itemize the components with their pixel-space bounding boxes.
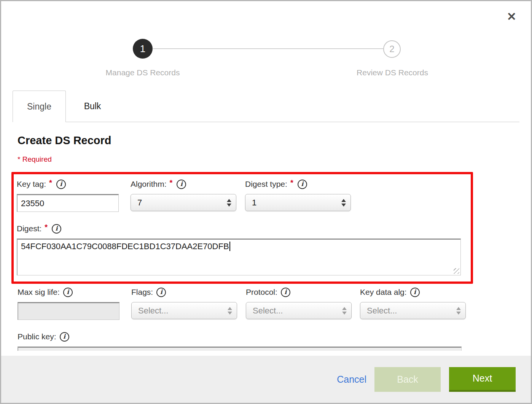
algorithm-label-text: Algorithm: (131, 180, 167, 189)
tab-bulk[interactable]: Bulk (66, 91, 119, 122)
field-key-data-alg: Key data alg: i Select... (360, 287, 466, 320)
field-max-sig-life: Max sig life: i (18, 287, 119, 320)
field-digest: Digest: * i 54FCF030AA1C79C0088FDEC1BD1C… (17, 223, 471, 275)
resize-grip-icon[interactable] (454, 268, 459, 274)
field-digest-type: Digest type: * i 1 (245, 179, 351, 212)
info-icon[interactable]: i (56, 180, 66, 189)
info-icon[interactable]: i (281, 288, 290, 297)
field-flags: Flags: i Select... (131, 287, 237, 320)
key-data-alg-label-text: Key data alg: (360, 288, 407, 297)
protocol-label: Protocol: i (246, 287, 352, 297)
flags-select[interactable]: Select... (131, 302, 237, 319)
info-icon[interactable]: i (156, 288, 166, 297)
info-icon[interactable]: i (63, 288, 73, 297)
protocol-select-value: Select... (253, 306, 342, 316)
validation-highlight-box: Key tag: * i Algorithm: * i 7 (11, 172, 473, 284)
key-tag-label: Key tag: * i (17, 179, 119, 189)
field-public-key: Public key: i (18, 331, 514, 351)
tab-single[interactable]: Single (13, 91, 66, 122)
key-data-alg-select[interactable]: Select... (360, 302, 466, 319)
digest-textarea[interactable]: 54FCF030AA1C79C0088FDEC1BD1C37DAA2E70DFB (17, 239, 461, 275)
algorithm-select[interactable]: 7 (131, 194, 236, 211)
next-button[interactable]: Next (449, 367, 516, 392)
select-arrows-icon (342, 307, 347, 315)
create-ds-record-modal: ✕ 1 2 Manage DS Records Review DS Record… (0, 0, 532, 404)
public-key-textarea[interactable] (18, 347, 462, 351)
select-arrows-icon (228, 307, 232, 315)
step-2-label: Review DS Records (357, 68, 428, 77)
max-sig-life-label-text: Max sig life: (18, 288, 60, 297)
digest-type-label-text: Digest type: (245, 180, 287, 189)
key-tag-label-text: Key tag: (17, 180, 46, 189)
public-key-label-text: Public key: (18, 332, 56, 341)
back-button[interactable]: Back (374, 367, 441, 392)
select-arrows-icon (456, 307, 461, 315)
algorithm-label: Algorithm: * i (131, 179, 236, 189)
digest-type-label: Digest type: * i (245, 179, 351, 189)
page-title: Create DS Record (18, 134, 514, 147)
field-algorithm: Algorithm: * i 7 (131, 179, 236, 212)
flags-label: Flags: i (131, 287, 237, 297)
field-key-tag: Key tag: * i (17, 179, 119, 212)
tab-bar: Single Bulk (13, 91, 519, 122)
protocol-select[interactable]: Select... (246, 302, 352, 319)
required-asterisk: * (45, 223, 48, 232)
field-row-primary: Key tag: * i Algorithm: * i 7 (17, 179, 471, 212)
digest-type-select-value: 1 (252, 198, 341, 208)
modal-footer: Cancel Back Next (1, 356, 531, 403)
flags-label-text: Flags: (131, 288, 153, 297)
info-icon[interactable]: i (298, 180, 307, 189)
step-1-label: Manage DS Records (106, 68, 180, 77)
step-connector-line (153, 48, 383, 49)
required-note: * Required (18, 155, 514, 164)
key-data-alg-select-value: Select... (367, 306, 456, 316)
required-asterisk: * (49, 178, 52, 187)
info-icon[interactable]: i (52, 224, 61, 234)
select-arrows-icon (227, 199, 231, 207)
text-caret (229, 242, 230, 251)
protocol-label-text: Protocol: (246, 288, 277, 297)
info-icon[interactable]: i (177, 180, 186, 189)
public-key-label: Public key: i (18, 331, 514, 342)
digest-label-text: Digest: (17, 224, 41, 233)
step-2-circle: 2 (383, 40, 401, 58)
field-row-secondary: Max sig life: i Flags: i Select... Proto… (18, 287, 514, 320)
cancel-button[interactable]: Cancel (337, 374, 366, 385)
algorithm-select-value: 7 (137, 198, 227, 208)
select-arrows-icon (341, 199, 346, 207)
key-data-alg-label: Key data alg: i (360, 287, 466, 297)
digest-type-select[interactable]: 1 (245, 194, 351, 211)
field-protocol: Protocol: i Select... (246, 287, 352, 320)
info-icon[interactable]: i (60, 332, 69, 342)
step-1-circle: 1 (133, 39, 153, 59)
required-asterisk: * (290, 178, 293, 187)
flags-select-value: Select... (138, 306, 228, 316)
digest-value: 54FCF030AA1C79C0088FDEC1BD1C37DAA2E70DFB (21, 242, 229, 251)
digest-label: Digest: * i (17, 223, 471, 234)
key-tag-input[interactable] (17, 194, 119, 212)
max-sig-life-label: Max sig life: i (18, 287, 119, 297)
info-icon[interactable]: i (410, 288, 420, 297)
required-asterisk: * (170, 178, 173, 187)
progress-stepper: 1 2 Manage DS Records Review DS Records (1, 1, 531, 79)
max-sig-life-input[interactable] (18, 302, 119, 320)
